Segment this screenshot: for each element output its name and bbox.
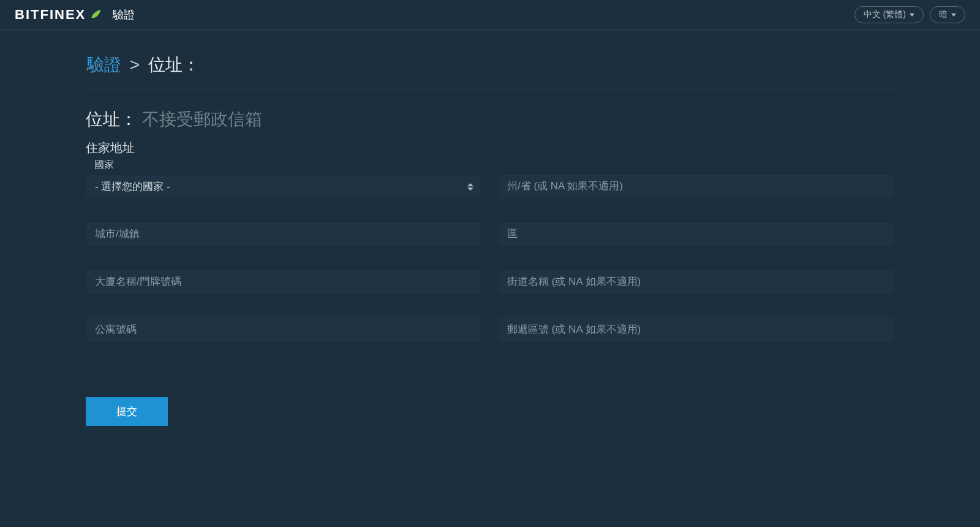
country-select[interactable]: - 選擇您的國家 - bbox=[86, 174, 482, 199]
section-title: 位址： 不接受郵政信箱 bbox=[86, 108, 894, 131]
district-input[interactable] bbox=[498, 221, 894, 247]
apartment-input[interactable] bbox=[86, 317, 482, 343]
address-grid: 國家 - 選擇您的國家 - bbox=[86, 156, 894, 343]
breadcrumb-sep: > bbox=[130, 55, 140, 74]
section-title-text: 位址： bbox=[86, 110, 137, 129]
breadcrumb: 驗證 > 位址： bbox=[86, 53, 894, 89]
brand-text: BITFINEX bbox=[15, 7, 86, 23]
language-label: 中文 (繁體) bbox=[864, 9, 906, 20]
brand-link[interactable]: BITFINEX bbox=[15, 7, 102, 23]
header: BITFINEX 驗證 中文 (繁體) 暗 bbox=[0, 0, 980, 30]
theme-select[interactable]: 暗 bbox=[930, 6, 965, 23]
group-label-home-address: 住家地址 bbox=[86, 140, 894, 156]
section-note: 不接受郵政信箱 bbox=[142, 110, 262, 129]
main-content: 驗證 > 位址： 位址： 不接受郵政信箱 住家地址 國家 - 選擇您的國家 - bbox=[86, 30, 894, 450]
submit-button[interactable]: 提交 bbox=[86, 397, 168, 426]
street-input[interactable] bbox=[498, 269, 894, 295]
country-label: 國家 bbox=[94, 159, 482, 172]
leaf-icon bbox=[89, 9, 102, 21]
chevron-down-icon bbox=[951, 13, 956, 17]
postal-input[interactable] bbox=[498, 317, 894, 343]
divider bbox=[86, 376, 894, 376]
building-input[interactable] bbox=[86, 269, 482, 295]
state-input[interactable] bbox=[498, 173, 894, 199]
breadcrumb-current: 位址： bbox=[148, 55, 200, 74]
breadcrumb-link-verify[interactable]: 驗證 bbox=[87, 55, 121, 74]
language-select[interactable]: 中文 (繁體) bbox=[854, 6, 924, 23]
chevron-down-icon bbox=[910, 13, 914, 17]
header-subtitle: 驗證 bbox=[113, 7, 135, 22]
theme-label: 暗 bbox=[939, 9, 948, 20]
city-input[interactable] bbox=[86, 221, 482, 247]
